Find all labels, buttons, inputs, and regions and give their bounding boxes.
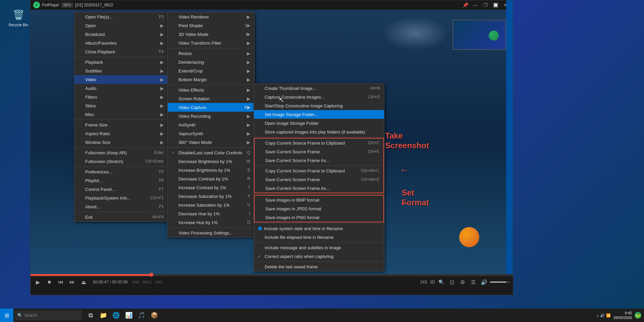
menu-aspect-ratio[interactable]: Aspect Ratio ▶ [74,129,168,138]
menu-playback-info[interactable]: Playback/System Info... Ctrl+F1 [74,194,168,202]
set-image-storage-folder[interactable]: Set Image Storage Folder... [254,110,384,119]
taskbar-icon-5[interactable]: 🎵 [136,309,148,321]
menu-fullscreen-ar[interactable]: Fullscreen (Keep AR) Enter [74,148,168,157]
create-thumbnail[interactable]: Create Thumbnail Image... Alt+N [254,84,384,93]
decrease-brightness[interactable]: Decrease Brightness by 1% W [168,157,254,166]
chrome-button[interactable]: 🌐 [110,309,122,321]
tray-icon-2[interactable]: 🔊 [600,313,605,318]
decrease-saturation[interactable]: Decrease Saturation by 1% Y [168,192,254,201]
screen-rotation[interactable]: Screen Rotation ▶ [168,94,254,103]
menu-subtitles[interactable]: Subtitles ▶ [74,66,168,75]
video-recording[interactable]: Video Recording ▶ [168,112,254,120]
start-stop-consecutive[interactable]: Start/Stop Consecutive Image Capturing [254,101,384,110]
menu-button[interactable]: ☰ [469,277,478,287]
bottom-margin[interactable]: Bottom Margin ▶ [168,75,254,84]
menu-broadcast[interactable]: Broadcast ▶ [74,30,168,39]
increase-saturation[interactable]: Increase Saturation by 1% U [168,201,254,209]
desktop-icon-recycle-bin[interactable]: 🗑️ Recycle Bin [7,7,30,28]
capture-button[interactable]: ⊡ [447,277,457,287]
video-renderer[interactable]: Video Renderer ▶ [168,12,254,21]
menu-fullscreen-stretch[interactable]: Fullscreen (Stretch) Ctrl+Enter [74,157,168,166]
settings-button[interactable]: ⚙ [458,277,467,287]
copy-screen-frame-clipboard[interactable]: Copy Current Screen Frame to Clipboard C… [255,166,383,175]
tray-icon-3[interactable]: 📶 [606,313,611,318]
resize[interactable]: Resize ▶ [168,49,254,58]
play-button[interactable]: ▶ [33,277,43,287]
save-screen-frame-as[interactable]: Save Current Screen Frame As... [255,184,383,193]
video-effects[interactable]: Video Effects ▶ [168,86,254,94]
file-explorer-button[interactable]: 📁 [97,309,109,321]
prev-button[interactable]: ⏮ [56,277,65,287]
menu-audio[interactable]: Audio ▶ [74,84,168,93]
capture-consecutive[interactable]: Capture Consecutive Images... Ctrl+G [254,93,384,101]
correct-aspect-ratio[interactable]: ✓ Correct aspect ratio when capturing [254,252,384,261]
notification-icon[interactable]: 🍏 [635,312,641,319]
pixel-shader[interactable]: Pixel Shader S▶ [168,21,254,30]
menu-frame-size[interactable]: Frame Size ▶ [74,120,168,129]
menu-close-playback[interactable]: Close Playback F4 [74,47,168,56]
video-processing-settings[interactable]: Video Processing Settings... [168,228,254,237]
include-elapsed-time[interactable]: Include file elapsed time in filename [254,233,384,241]
save-screen-frame[interactable]: Save Current Screen Frame Ctrl+Alt+E [255,175,383,184]
video-transform-filter[interactable]: Video Transform Filter ▶ [168,39,254,47]
disable-color-controls[interactable]: ✓ Disable/Last used Color Controls Q [168,148,254,157]
menu-filters[interactable]: Filters ▶ [74,93,168,101]
deinterlacing[interactable]: Deinterlacing ▶ [168,58,254,66]
minimize-button[interactable]: — [471,1,480,9]
menu-open[interactable]: Open ▶ [74,21,168,30]
include-message-subtitles[interactable]: Include message and subtitles in image [254,243,384,252]
menu-video[interactable]: Video ▶ [74,75,168,84]
taskbar-icon-4[interactable]: 📊 [123,309,135,321]
task-view-button[interactable]: ⧉ [85,309,97,321]
save-png[interactable]: Save images in PNG format [255,213,383,222]
increase-hue[interactable]: Increase Hue by 1% O [168,218,254,227]
include-system-date[interactable]: Include system date and time in filename [254,224,384,233]
zoom-button[interactable]: 🔍 [436,277,446,287]
avisynth[interactable]: AviSynth ▶ [168,120,254,129]
decrease-contrast[interactable]: Decrease Contrast by 1% R [168,174,254,183]
menu-exit[interactable]: Exit Alt+F4 [74,213,168,221]
increase-brightness[interactable]: Increase Brightness by 1% E [168,166,254,174]
tray-icon-1[interactable]: ⌂ [596,313,599,317]
volume-icon[interactable]: 🔊 [479,277,489,287]
start-button[interactable]: ⊞ [0,309,13,322]
vapoursynth[interactable]: VapourSynth ▶ [168,129,254,138]
increase-contrast[interactable]: Increase Contrast by 1% T [168,183,254,192]
store-captured-play-folders[interactable]: Store captured images into play folders … [254,127,384,136]
taskbar-icon-6[interactable]: 📦 [148,309,160,321]
restore-button[interactable]: ❐ [481,1,490,9]
menu-album[interactable]: Album/Favorites ▶ [74,39,168,47]
taskbar-search[interactable]: 🔍 Search [15,310,82,320]
menu-preferences[interactable]: Preferences... F5 [74,167,168,176]
menu-control-panel[interactable]: Control Panel... F7 [74,185,168,194]
menu-open-files[interactable]: Open File(s)... F3 [74,12,168,21]
maximize-button[interactable]: 🔲 [491,1,500,9]
open-image-storage-folder[interactable]: Open Image Storage Folder [254,119,384,127]
menu-misc[interactable]: Misc ▶ [74,110,168,119]
3d-video-mode[interactable]: 3D Video Mode J▶ [168,30,254,39]
save-source-frame[interactable]: Save Current Source Frame Ctrl+E [255,147,383,156]
menu-window-size[interactable]: Window Size ▶ [74,138,168,147]
pin-button[interactable]: 📌 [461,1,470,9]
menu-playback-info-shortcut: Ctrl+F1 [150,196,164,200]
volume-bar[interactable] [490,281,510,283]
open-button[interactable]: ⏏ [79,277,88,287]
menu-skins[interactable]: Skins ▶ [74,101,168,110]
360-video-mode[interactable]: 360° Video Mode ▶ [168,138,254,147]
decrease-hue[interactable]: Decrease Hue by 1% I [168,209,254,218]
copy-source-frame-clipboard[interactable]: Copy Current Source Frame to Clipboard C… [255,139,383,147]
menu-playlist[interactable]: Playlist... F6 [74,176,168,185]
delete-last-saved-frame[interactable]: Delete the last saved frame [254,262,384,271]
menu-skins-arrow: ▶ [160,103,164,108]
increase-contrast-label: Increase Contrast by 1% [178,185,226,190]
menu-playback[interactable]: Playback ▶ [74,58,168,66]
save-source-frame-as[interactable]: Save Current Source Frame As... [255,156,383,165]
stop-button[interactable]: ■ [45,277,54,287]
menu-about[interactable]: About... F1 [74,202,168,211]
extend-crop[interactable]: Extend/Crop ▶ [168,66,254,75]
save-jpeg[interactable]: Save images in JPEG format [255,204,383,213]
next-button[interactable]: ⏭ [67,277,77,287]
video-capture[interactable]: Video Capture K▶ [168,103,254,112]
save-bmp[interactable]: Save images in BMP format [255,196,383,204]
progress-bar[interactable] [31,274,513,276]
